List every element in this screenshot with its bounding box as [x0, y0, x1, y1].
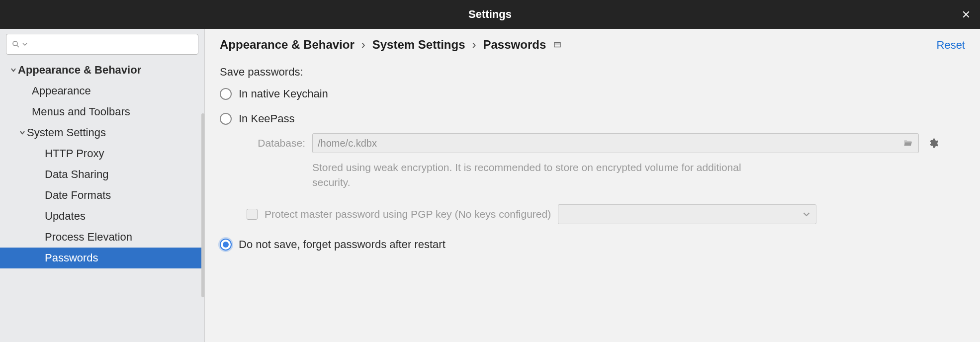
tree-item-label: Data Sharing [45, 168, 108, 181]
breadcrumb-part: Passwords [483, 38, 546, 52]
radio-label: In native Keychain [239, 87, 328, 100]
scrollbar[interactable] [201, 113, 204, 297]
close-icon[interactable] [959, 7, 973, 21]
radio-do-not-save[interactable]: Do not save, forget passwords after rest… [220, 238, 965, 251]
pgp-label: Protect master password using PGP key (N… [265, 208, 551, 220]
tree-item[interactable]: Passwords [0, 248, 204, 268]
tree-item-label: Updates [45, 210, 86, 223]
chevron-down-icon [18, 130, 27, 136]
radio-icon [220, 88, 232, 100]
database-path-input: /home/c.kdbx [312, 133, 919, 153]
pgp-key-select [558, 204, 816, 224]
search-input[interactable] [6, 34, 198, 55]
settings-main: Appearance & Behavior › System Settings … [205, 29, 980, 342]
pgp-checkbox [247, 209, 258, 220]
settings-tree: Appearance & BehaviorAppearanceMenus and… [0, 60, 204, 268]
search-field[interactable] [29, 39, 193, 50]
expand-settings-icon[interactable] [553, 40, 562, 49]
chevron-down-icon [803, 211, 810, 218]
window-title: Settings [468, 8, 512, 21]
radio-keepass[interactable]: In KeePass [220, 112, 965, 125]
chevron-down-icon [22, 42, 27, 47]
tree-item-label: Menus and Toolbars [32, 105, 130, 118]
svg-line-3 [17, 45, 19, 47]
tree-item[interactable]: Process Elevation [0, 227, 204, 248]
tree-item-label: Process Elevation [45, 231, 132, 244]
tree-item-label: System Settings [27, 126, 106, 139]
encryption-hint: Stored using weak encryption. It is reco… [312, 160, 770, 190]
window-titlebar: Settings [0, 0, 980, 29]
tree-item[interactable]: System Settings [0, 122, 204, 143]
tree-item[interactable]: Appearance & Behavior [0, 60, 204, 81]
radio-icon [220, 239, 232, 251]
reset-button[interactable]: Reset [937, 39, 965, 52]
radio-icon [220, 113, 232, 125]
database-label: Database: [247, 137, 305, 149]
tree-item[interactable]: HTTP Proxy [0, 143, 204, 164]
database-path-value: /home/c.kdbx [318, 138, 377, 149]
tree-item[interactable]: Updates [0, 206, 204, 227]
breadcrumb-part[interactable]: System Settings [372, 38, 465, 52]
breadcrumb: Appearance & Behavior › System Settings … [220, 38, 965, 52]
breadcrumb-separator: › [472, 38, 476, 52]
chevron-down-icon [9, 67, 18, 73]
radio-label: Do not save, forget passwords after rest… [239, 238, 445, 251]
tree-item[interactable]: Menus and Toolbars [0, 101, 204, 122]
section-label: Save passwords: [220, 66, 965, 79]
tree-item-label: Appearance [32, 85, 91, 97]
folder-open-icon [902, 138, 913, 148]
gear-icon[interactable] [926, 136, 941, 151]
breadcrumb-part[interactable]: Appearance & Behavior [220, 38, 355, 52]
radio-native-keychain[interactable]: In native Keychain [220, 87, 965, 100]
breadcrumb-separator: › [361, 38, 365, 52]
radio-label: In KeePass [239, 112, 295, 125]
tree-item[interactable]: Date Formats [0, 185, 204, 206]
svg-rect-4 [554, 43, 560, 47]
tree-item-label: HTTP Proxy [45, 147, 104, 160]
tree-item-label: Passwords [45, 252, 98, 264]
keepass-options: Database: /home/c.kdbx Stored using weak… [247, 133, 965, 224]
tree-item-label: Date Formats [45, 189, 111, 202]
tree-item[interactable]: Data Sharing [0, 164, 204, 185]
settings-sidebar: Appearance & BehaviorAppearanceMenus and… [0, 29, 205, 342]
svg-point-2 [13, 41, 17, 46]
tree-item[interactable]: Appearance [0, 81, 204, 101]
tree-item-label: Appearance & Behavior [18, 64, 141, 77]
